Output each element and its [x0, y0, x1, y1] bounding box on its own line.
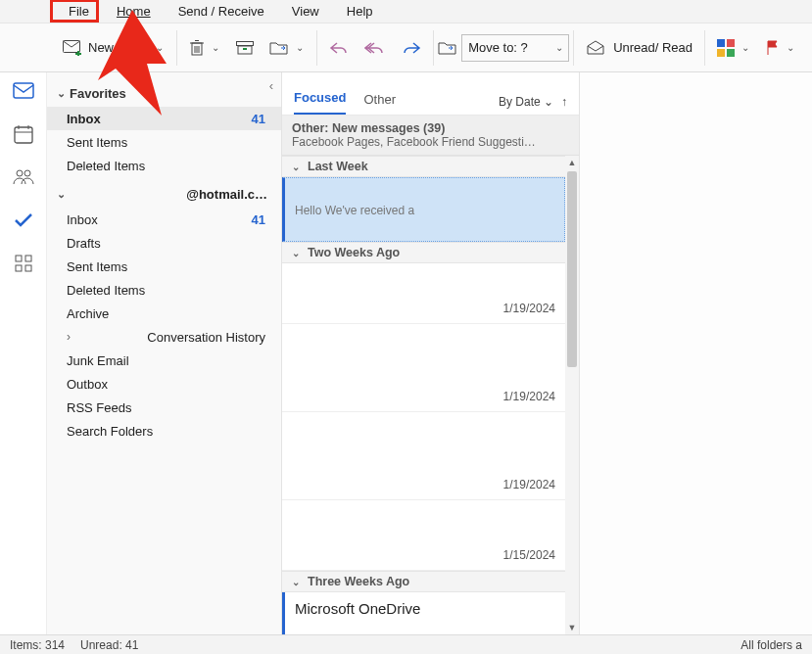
scroll-down-icon[interactable]: ▼ [565, 621, 579, 634]
folder-item-search-folders[interactable]: Search Folders [47, 419, 281, 443]
message-from [295, 186, 554, 200]
reply-icon [329, 40, 349, 56]
category-tiles-icon [717, 39, 735, 57]
unread-read-button[interactable]: Unread/ Read [578, 30, 700, 66]
tab-focused[interactable]: Focused [294, 90, 346, 115]
folder-count: 41 [252, 212, 265, 227]
move-button[interactable]: ⌄ [262, 30, 312, 66]
svg-rect-10 [237, 41, 254, 45]
chevron-down-icon[interactable]: ⌄ [295, 42, 305, 53]
folder-item-outbox[interactable]: Outbox [47, 372, 281, 396]
status-unread: Unread: 41 [80, 638, 138, 652]
svg-rect-22 [16, 265, 22, 271]
folder-item-drafts[interactable]: Drafts [47, 231, 281, 255]
status-bar: Items: 314 Unread: 41 All folders a [0, 634, 812, 654]
chevron-down-icon[interactable]: ⌄ [211, 42, 220, 53]
reading-pane [580, 72, 812, 634]
message-item[interactable]: Hello We've received a [282, 177, 565, 242]
folder-label: Conversation History [147, 330, 265, 345]
other-new-messages-banner[interactable]: Other: New messages (39) Facebook Pages,… [282, 116, 579, 156]
message-item[interactable]: 1/15/2024 [282, 500, 565, 571]
sort-by-date[interactable]: By Date ⌄ [499, 95, 553, 109]
account-header[interactable]: ⌄ @hotmail.c… [47, 177, 281, 208]
reply-all-button[interactable] [357, 30, 394, 66]
chevron-down-icon[interactable]: ⌄ [740, 42, 750, 53]
rail-calendar-icon[interactable] [13, 123, 34, 145]
menu-send-receive[interactable]: Send / Receive [165, 1, 278, 22]
sort-label: By Date [499, 95, 541, 109]
folder-count: 41 [252, 112, 265, 126]
chevron-down-icon[interactable]: ⌄ [155, 42, 165, 53]
scrollbar-thumb[interactable] [567, 171, 577, 367]
tab-other[interactable]: Other [363, 92, 396, 115]
rail-more-apps-icon[interactable] [13, 253, 34, 274]
message-item[interactable]: 1/19/2024 [282, 324, 565, 412]
scrollbar[interactable]: ▲ ▼ [565, 156, 579, 634]
separator [704, 30, 705, 66]
message-date: 1/19/2024 [503, 390, 555, 403]
message-item[interactable]: Microsoft OneDrive [282, 592, 565, 634]
folder-item-deleted[interactable]: Deleted Items [47, 278, 281, 302]
collapse-folder-pane[interactable]: ‹ [269, 78, 273, 93]
group-two-weeks[interactable]: ⌄Two Weeks Ago [282, 242, 565, 263]
group-label: Three Weeks Ago [308, 575, 409, 588]
other-banner-title: Other: New messages (39) [292, 121, 569, 135]
folder-item-deleted-fav[interactable]: Deleted Items [47, 154, 281, 177]
move-to-folder-icon [438, 40, 457, 56]
archive-button[interactable] [228, 30, 262, 66]
sort-direction[interactable]: ↑ [561, 95, 567, 109]
message-item[interactable]: 1/19/2024 [282, 263, 565, 324]
other-banner-subtitle: Facebook Pages, Facebook Friend Suggesti… [292, 135, 569, 149]
separator [176, 30, 177, 66]
folder-item-sent[interactable]: Sent Items [47, 255, 281, 278]
group-three-weeks[interactable]: ⌄Three Weeks Ago [282, 571, 565, 592]
chevron-down-icon: ⌄ [292, 577, 300, 587]
forward-button[interactable] [394, 30, 429, 66]
folder-item-rss[interactable]: RSS Feeds [47, 396, 281, 419]
rail-todo-icon[interactable] [13, 210, 34, 231]
forward-icon [402, 40, 421, 56]
flag-icon [766, 40, 780, 56]
status-items: Items: 314 [10, 638, 65, 652]
folder-item-archive[interactable]: Archive [47, 302, 281, 325]
message-item[interactable]: 1/19/2024 [282, 412, 565, 500]
move-to-dropdown[interactable]: Move to: ? ⌄ [461, 34, 569, 62]
svg-rect-21 [25, 256, 31, 261]
favorites-header[interactable]: ⌄ Favorites [47, 80, 281, 107]
separator [316, 30, 317, 66]
delete-button[interactable]: ⌄ [181, 30, 228, 66]
menu-home[interactable]: Home [103, 1, 165, 22]
folder-item-conversation-history[interactable]: Conversation History [47, 325, 281, 349]
move-to-label: Move to: ? [468, 40, 528, 55]
categorize-button[interactable]: ⌄ [709, 30, 758, 66]
reply-button[interactable] [321, 30, 357, 66]
menu-view[interactable]: View [278, 1, 333, 22]
folder-item-sent-fav[interactable]: Sent Items [47, 130, 281, 154]
group-last-week[interactable]: ⌄Last Week [282, 156, 565, 177]
folder-label: Search Folders [67, 424, 153, 439]
folder-item-inbox-fav[interactable]: Inbox 41 [47, 107, 281, 130]
menu-help[interactable]: Help [333, 1, 387, 22]
folder-label: RSS Feeds [67, 400, 131, 415]
envelope-open-icon [586, 40, 605, 56]
rail-mail-icon[interactable] [13, 80, 34, 102]
separator [573, 30, 574, 66]
svg-rect-23 [25, 265, 31, 271]
follow-up-button[interactable]: ⌄ [758, 30, 803, 66]
message-list-pane: Focused Other By Date ⌄ ↑ Other: New mes… [282, 72, 580, 634]
message-preview: Hello We've received a [295, 204, 554, 217]
folder-label: Deleted Items [67, 283, 145, 298]
folder-item-inbox[interactable]: Inbox 41 [47, 208, 281, 231]
folder-item-junk[interactable]: Junk Email [47, 349, 281, 372]
menu-file[interactable]: File [55, 1, 103, 22]
chevron-down-icon: ⌄ [57, 188, 66, 201]
ribbon: New Email ⌄ ⌄ ⌄ Move to: ? [0, 23, 812, 72]
nav-rail [0, 72, 47, 634]
message-date: 1/19/2024 [503, 302, 555, 315]
svg-point-19 [24, 170, 30, 176]
chevron-down-icon[interactable]: ⌄ [786, 42, 795, 53]
rail-people-icon[interactable] [13, 166, 34, 188]
new-email-button[interactable]: New Email ⌄ [55, 30, 172, 66]
scroll-up-icon[interactable]: ▲ [565, 156, 579, 169]
move-folder-icon [269, 40, 289, 56]
